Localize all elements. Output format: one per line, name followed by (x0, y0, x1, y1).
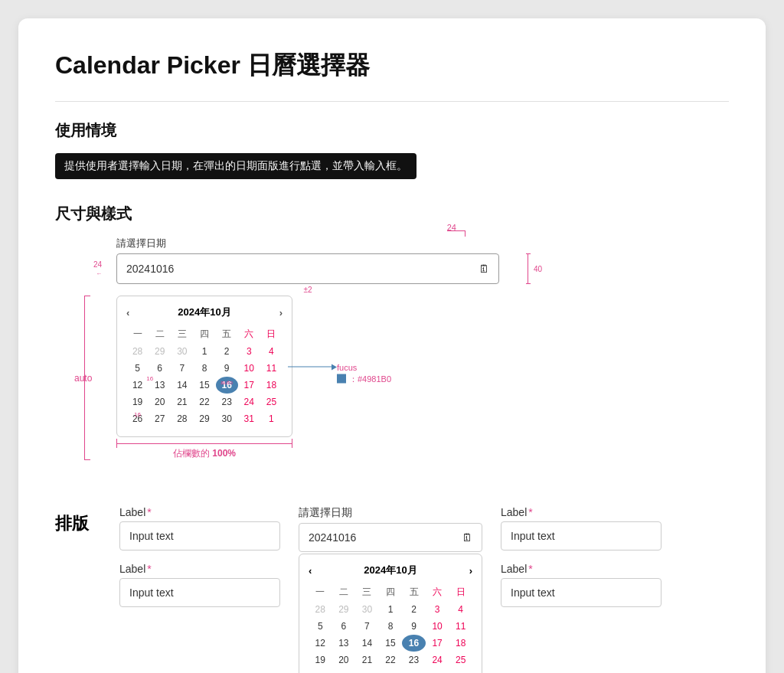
pad-indicator: ±2 (116, 286, 499, 294)
cal-header-layout: ‹ 2024年10月 › (309, 564, 472, 577)
layout-week-5: 26 27 28 29 30 31 1 (309, 668, 472, 673)
cal-week-4: 19 16 20 21 22 23 24 25 (126, 394, 283, 410)
label-4: Label* (501, 563, 662, 575)
weekday-fri: 五 (216, 325, 238, 343)
layout-week-1: 28 29 30 1 2 3 4 (309, 601, 472, 618)
focus-label: fucus (337, 362, 357, 371)
cal-week-3: 12 16 13 14 15 16 17 18 (126, 377, 283, 394)
cal-day[interactable]: 11 (260, 360, 283, 377)
dim-40-area: 40 (528, 253, 528, 284)
cal-day[interactable]: 7 (171, 360, 193, 377)
usage-section: 使用情境 提供使用者選擇輸入日期，在彈出的日期面版進行點選，並帶入輸入框。 (55, 120, 729, 204)
auto-label: auto (74, 373, 92, 384)
layout-row: 排版 Label* Label* (55, 506, 729, 673)
focus-color-label: ：#4981B0 (349, 373, 391, 384)
date-input-demo[interactable]: 20241016 🗓 (116, 253, 499, 284)
form-field-2: Label* (119, 563, 280, 607)
date-input-value: 20241016 (126, 263, 174, 275)
cal-day[interactable]: 17 (238, 377, 260, 394)
cal-day[interactable]: 28 (126, 343, 149, 360)
cal-day[interactable]: 20 (149, 394, 171, 410)
cal-popup-layout: ‹ 2024年10月 › 一 二 三 四 五 六 (299, 554, 482, 673)
cal-day[interactable]: 12 16 (126, 377, 149, 394)
layout-left-col: Label* Label* (119, 506, 280, 607)
date-placeholder-label: 請選擇日期 (299, 506, 482, 520)
cal-day[interactable]: 29 (193, 410, 215, 427)
cal-day[interactable]: 1 (193, 343, 215, 360)
cal-day[interactable]: 10 (238, 360, 260, 377)
cal-day[interactable]: 4 (260, 343, 283, 360)
calendar-icon: 🗓 (479, 263, 489, 275)
cal-day[interactable]: 6 (149, 360, 171, 377)
cal-day[interactable]: 19 16 (126, 394, 149, 410)
focus-indicator: fucus ：#4981B0 (288, 362, 391, 384)
layout-heading: 排版 (55, 506, 101, 535)
cal-year-month-demo: 2024年10月 (178, 305, 230, 319)
cal-day[interactable]: 30 (216, 410, 238, 427)
calendar-popup-demo: auto ‹ 2024年10月 › 一 (116, 296, 499, 460)
page-card: Calendar Picker 日曆選擇器 使用情境 提供使用者選擇輸入日期，在… (18, 18, 766, 673)
cal-day[interactable]: 25 (260, 394, 283, 410)
cal-day[interactable]: 5 (126, 360, 149, 377)
weekday-wed: 三 (171, 325, 193, 343)
percent-label: 佔欄數的 100% (116, 447, 292, 460)
cal-day[interactable]: 30 (171, 343, 193, 360)
text-input-4[interactable] (501, 578, 662, 607)
cal-next-layout[interactable]: › (469, 565, 472, 577)
required-star-4: * (528, 563, 532, 575)
size-style-section: 尺寸與樣式 24 請選擇日期 24 ← 20241016 🗓 (55, 204, 729, 460)
layout-section: 排版 Label* Label* (55, 506, 729, 673)
dim-40-label: 40 (534, 265, 542, 273)
form-field-3: Label* (501, 506, 662, 550)
cal-day[interactable]: 23 (216, 394, 238, 410)
text-input-1[interactable] (119, 521, 280, 550)
cal-day[interactable]: 21 (171, 394, 193, 410)
cal-grid-demo: 一 二 三 四 五 六 日 28 (126, 325, 283, 427)
text-input-3[interactable] (501, 521, 662, 550)
cal-day[interactable]: 9 auto (216, 360, 238, 377)
cal-day[interactable]: 31 (238, 410, 260, 427)
cal-day[interactable]: 29 (149, 343, 171, 360)
cal-day[interactable]: 22 (193, 394, 215, 410)
cal-day[interactable]: 3 (238, 343, 260, 360)
date-field-label-demo: 請選擇日期 (116, 237, 499, 250)
weekday-tue: 二 (149, 325, 171, 343)
cal-day[interactable]: 15 (193, 377, 215, 394)
cal-day[interactable]: 1 (260, 410, 283, 427)
weekday-sun: 日 (260, 325, 283, 343)
layout-week-3: 12 13 14 15 16 17 18 (309, 635, 472, 652)
cal-day[interactable]: 2 (216, 343, 238, 360)
focus-color-swatch (337, 374, 346, 384)
date-field-layout: 請選擇日期 20241016 🗓 (299, 506, 482, 552)
cal-week-5: 26 27 28 29 30 31 1 (126, 410, 283, 427)
cal-day[interactable]: 18 (260, 377, 283, 394)
input-row-demo: 24 ← 20241016 🗓 40 (116, 253, 499, 284)
cal-day[interactable]: 28 (171, 410, 193, 427)
cal-next-btn[interactable]: › (279, 307, 283, 319)
cal-prev-layout[interactable]: ‹ (309, 565, 312, 577)
cal-prev-btn[interactable]: ‹ (126, 307, 129, 319)
layout-center-col: 請選擇日期 20241016 🗓 ‹ 2024年10月 › (299, 506, 482, 673)
label-3: Label* (501, 506, 662, 518)
cal-day[interactable]: 8 (193, 360, 215, 377)
weekday-thu: 四 (193, 325, 215, 343)
form-field-4: Label* (501, 563, 662, 607)
cal-day[interactable]: 27 (149, 410, 171, 427)
usage-heading: 使用情境 (55, 120, 729, 141)
cal-day[interactable]: 14 (171, 377, 193, 394)
weekday-mon: 一 (126, 325, 149, 343)
date-input-layout[interactable]: 20241016 🗓 (299, 523, 482, 552)
size-style-heading: 尺寸與樣式 (55, 204, 729, 224)
layout-week-2: 5 6 7 8 9 10 11 (309, 618, 472, 635)
cal-grid-layout: 一 二 三 四 五 六 日 28 (309, 583, 472, 673)
text-input-2[interactable] (119, 578, 280, 607)
required-star-1: * (147, 506, 151, 518)
form-field-1: Label* (119, 506, 280, 550)
cal-week-1: 28 29 30 1 2 3 4 (126, 343, 283, 360)
dimension-demo-area: 24 請選擇日期 24 ← 20241016 🗓 40 (116, 237, 499, 460)
weekday-sat: 六 (238, 325, 260, 343)
dim-24-top-line (465, 230, 466, 237)
cal-day[interactable]: 24 (238, 394, 260, 410)
layout-right-col: Label* Label* (501, 506, 662, 607)
required-star-3: * (528, 506, 532, 518)
